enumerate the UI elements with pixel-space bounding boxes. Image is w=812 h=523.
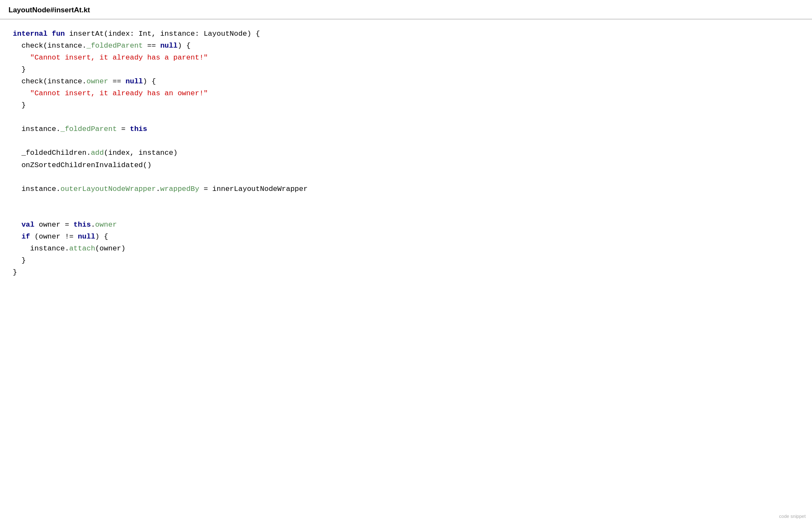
code-text: . bbox=[156, 185, 160, 193]
string-cannot-insert-owner: "Cannot insert, it already has an owner!… bbox=[13, 89, 208, 97]
code-text: instance. bbox=[13, 185, 60, 193]
code-text: _foldedChildren. bbox=[13, 149, 91, 157]
keyword-val: val bbox=[21, 221, 34, 229]
keyword-if: if bbox=[21, 233, 30, 241]
keyword-null: null bbox=[160, 42, 178, 50]
method-attach: attach bbox=[69, 244, 95, 253]
code-text: ) { bbox=[95, 233, 108, 241]
code-text bbox=[13, 233, 21, 241]
code-line-11: _foldedChildren.add(index, instance) bbox=[13, 147, 799, 159]
code-text: check(instance. bbox=[13, 42, 86, 50]
property-outerWrapper: outerLayoutNodeWrapper bbox=[60, 185, 156, 193]
string-cannot-insert-parent: "Cannot insert, it already has a parent!… bbox=[13, 54, 208, 62]
code-line-21: } bbox=[13, 267, 799, 279]
code-text: ) { bbox=[143, 77, 156, 85]
property-owner2: owner bbox=[95, 221, 117, 229]
code-line-19: instance.attach(owner) bbox=[13, 243, 799, 255]
code-text: == bbox=[108, 77, 125, 85]
code-line-18: if (owner != null) { bbox=[13, 231, 799, 243]
code-line-7: } bbox=[13, 99, 799, 111]
code-text: == bbox=[143, 42, 160, 50]
code-text: instance. bbox=[13, 125, 60, 133]
code-line-13 bbox=[13, 171, 799, 183]
code-text: onZSortedChildrenInvalidated() bbox=[13, 161, 151, 169]
code-line-17: val owner = this.owner bbox=[13, 219, 799, 231]
code-line-15 bbox=[13, 195, 799, 207]
keyword-this2: this bbox=[74, 221, 91, 229]
keyword-fun: fun bbox=[52, 30, 65, 38]
code-line-12: onZSortedChildrenInvalidated() bbox=[13, 159, 799, 171]
file-title: LayoutNode#insertAt.kt bbox=[9, 6, 90, 14]
code-line-4: } bbox=[13, 64, 799, 76]
code-line-1: internal fun insertAt(index: Int, instan… bbox=[13, 28, 799, 40]
code-text: } bbox=[13, 268, 17, 276]
code-text: = innerLayoutNodeWrapper bbox=[199, 185, 308, 193]
code-line-2: check(instance._foldedParent == null) { bbox=[13, 40, 799, 52]
keyword-this: this bbox=[130, 125, 147, 133]
code-text: } bbox=[13, 256, 26, 264]
property-owner: owner bbox=[86, 77, 108, 85]
code-line-3: "Cannot insert, it already has a parent!… bbox=[13, 52, 799, 64]
code-line-9: instance._foldedParent = this bbox=[13, 123, 799, 135]
code-line-5: check(instance.owner == null) { bbox=[13, 76, 799, 88]
code-text: } bbox=[13, 101, 26, 109]
keyword-null2: null bbox=[125, 77, 143, 85]
code-line-14: instance.outerLayoutNodeWrapper.wrappedB… bbox=[13, 183, 799, 195]
code-line-20: } bbox=[13, 255, 799, 267]
keyword-internal: internal bbox=[13, 30, 48, 38]
code-text: (owner) bbox=[95, 244, 125, 253]
code-text: owner = bbox=[34, 221, 74, 229]
property-foldedParent: _foldedParent bbox=[86, 42, 143, 50]
code-text: instance. bbox=[13, 244, 69, 253]
code-text: insertAt(index: Int, instance: LayoutNod… bbox=[65, 30, 260, 38]
code-text bbox=[13, 221, 21, 229]
code-line-6: "Cannot insert, it already has an owner!… bbox=[13, 88, 799, 99]
method-add: add bbox=[91, 149, 104, 157]
property-wrappedBy: wrappedBy bbox=[160, 185, 199, 193]
code-text bbox=[48, 30, 52, 38]
code-text: (owner != bbox=[30, 233, 78, 241]
code-text: check(instance. bbox=[13, 77, 86, 85]
code-text: = bbox=[117, 125, 130, 133]
code-line-16 bbox=[13, 207, 799, 219]
main-container: LayoutNode#insertAt.kt internal fun inse… bbox=[0, 0, 812, 523]
keyword-null3: null bbox=[78, 233, 95, 241]
code-text: ) { bbox=[178, 42, 191, 50]
property-foldedParent2: _foldedParent bbox=[60, 125, 117, 133]
code-line-10 bbox=[13, 135, 799, 147]
code-line-8 bbox=[13, 111, 799, 123]
code-text: } bbox=[13, 65, 26, 74]
code-area: internal fun insertAt(index: Int, instan… bbox=[0, 20, 812, 291]
watermark: code snippet bbox=[779, 514, 806, 519]
code-text: . bbox=[91, 221, 95, 229]
code-text: (index, instance) bbox=[104, 149, 177, 157]
file-header: LayoutNode#insertAt.kt bbox=[0, 0, 812, 20]
